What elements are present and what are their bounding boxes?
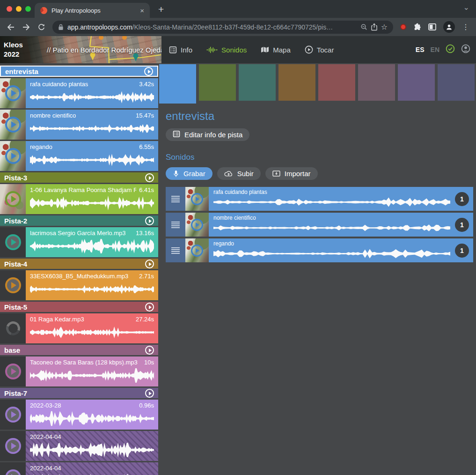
tab-sonidos[interactable]: Sonidos bbox=[206, 46, 247, 54]
sidebar-sound-item[interactable]: lacrimosa Sergio García Merlo.mp313.16s bbox=[0, 227, 158, 257]
sync-check-icon[interactable] bbox=[446, 44, 455, 55]
record-indicator-icon[interactable] bbox=[400, 24, 406, 30]
sound-thumbnail[interactable] bbox=[0, 184, 26, 214]
sound-thumbnail[interactable] bbox=[185, 187, 209, 211]
minimize-window-button[interactable] bbox=[16, 6, 22, 12]
sound-thumbnail[interactable] bbox=[0, 227, 26, 257]
loading-thumbnail[interactable] bbox=[0, 313, 26, 343]
track-color-row bbox=[159, 64, 476, 104]
track-header-Pista-5[interactable]: Pista-5 bbox=[0, 302, 158, 312]
play-track-icon[interactable] bbox=[145, 173, 154, 182]
zoom-window-button[interactable] bbox=[25, 6, 31, 12]
profile-avatar[interactable] bbox=[443, 21, 455, 33]
browser-menu-icon[interactable]: ⋮ bbox=[462, 22, 469, 31]
play-overlay-icon[interactable] bbox=[5, 234, 21, 250]
play-overlay-icon[interactable] bbox=[191, 193, 203, 205]
track-square-3[interactable] bbox=[239, 64, 276, 101]
play-overlay-icon[interactable] bbox=[191, 245, 203, 257]
track-header-Pista-2[interactable]: Pista-2 bbox=[0, 215, 158, 226]
play-track-icon[interactable] bbox=[145, 389, 154, 398]
sound-thumbnail[interactable] bbox=[0, 78, 26, 108]
sidebar-sound-item[interactable]: 01 Raga Kedar.mp327.24s bbox=[0, 313, 158, 343]
sound-thumbnail[interactable] bbox=[0, 270, 26, 300]
sidebar-sound-item[interactable]: 2022-04-04 bbox=[0, 431, 158, 461]
track-header-Pista-7[interactable]: Pista-7 bbox=[0, 388, 158, 398]
sidebar-sound-item[interactable]: rafa cuidando plantas3.42s bbox=[0, 78, 158, 108]
track-square-4[interactable] bbox=[278, 64, 315, 101]
back-icon[interactable] bbox=[7, 23, 15, 31]
track-header-entrevista[interactable]: entrevista bbox=[0, 66, 158, 77]
sidebar-sound-item[interactable]: regando6.55s bbox=[0, 141, 158, 171]
browser-tab[interactable]: Play Antropoloops × bbox=[35, 3, 150, 18]
play-track-icon[interactable] bbox=[145, 346, 154, 355]
sidebar-sound-item[interactable]: 2022-03-280.96s bbox=[0, 400, 158, 430]
play-track-icon[interactable] bbox=[145, 303, 154, 312]
sidebar-sound-item[interactable]: 2022-04-04 bbox=[0, 462, 158, 475]
play-overlay-icon[interactable] bbox=[5, 85, 21, 101]
track-square-2[interactable] bbox=[199, 64, 236, 101]
play-overlay-icon[interactable] bbox=[5, 117, 21, 133]
track-header-Pista-4[interactable]: Pista-4 bbox=[0, 259, 158, 269]
track-header-base[interactable]: base bbox=[0, 345, 158, 355]
tab-title: Play Antropoloops bbox=[51, 7, 136, 14]
sidebar-sound-item[interactable]: 1-06 Lavanya Rama Poorna Shadjam Rupak..… bbox=[0, 184, 158, 214]
edit-track-info-button[interactable]: Editar info de pista bbox=[166, 128, 249, 141]
side-panel-icon[interactable] bbox=[428, 23, 436, 30]
sidebar-sound-item[interactable]: 33ESX6038_B5_Muthedukkum.mp32.71s bbox=[0, 270, 158, 300]
track-header-Pista-3[interactable]: Pista-3 bbox=[0, 172, 158, 183]
sound-thumbnail[interactable] bbox=[0, 356, 26, 386]
panel-sound-row[interactable]: rafa cuidando plantas1 bbox=[166, 187, 473, 211]
track-square-8[interactable] bbox=[438, 64, 475, 101]
lang-en-button[interactable]: EN bbox=[431, 46, 439, 53]
play-track-icon[interactable] bbox=[144, 67, 153, 76]
sound-thumbnail[interactable] bbox=[0, 400, 26, 430]
forward-icon[interactable] bbox=[22, 23, 30, 31]
track-square-7[interactable] bbox=[398, 64, 435, 101]
new-tab-button[interactable]: + bbox=[158, 4, 164, 15]
play-overlay-icon[interactable] bbox=[5, 191, 21, 207]
sidebar-sound-item[interactable]: Taconeo de Sara Baras (128 kbps).mp310s bbox=[0, 356, 158, 386]
play-track-icon[interactable] bbox=[145, 260, 154, 268]
bookmark-star-icon[interactable]: ☆ bbox=[381, 22, 388, 31]
track-square-1[interactable] bbox=[159, 64, 196, 104]
project-map-thumbnail[interactable]: Kleos 2022 // Patio en Bordador Rodrígue… bbox=[0, 36, 161, 63]
subir-button[interactable]: Subir bbox=[217, 167, 261, 180]
sound-thumbnail[interactable] bbox=[0, 462, 26, 475]
play-overlay-icon[interactable] bbox=[5, 407, 21, 423]
drag-handle[interactable] bbox=[166, 213, 185, 237]
zoom-out-icon[interactable] bbox=[360, 23, 367, 30]
share-icon[interactable] bbox=[371, 23, 377, 31]
tab-info[interactable]: Info bbox=[169, 46, 192, 54]
tab-mapa[interactable]: Mapa bbox=[261, 46, 291, 54]
play-overlay-icon[interactable] bbox=[5, 277, 21, 293]
drag-handle[interactable] bbox=[166, 238, 185, 262]
play-overlay-icon[interactable] bbox=[5, 364, 21, 379]
importar-button[interactable]: Importar bbox=[265, 167, 318, 180]
tab-close-icon[interactable]: × bbox=[140, 7, 144, 14]
tab-search-chevron-icon[interactable]: ⌄ bbox=[463, 3, 469, 12]
lang-es-button[interactable]: ES bbox=[416, 46, 425, 53]
play-overlay-icon[interactable] bbox=[5, 148, 21, 164]
drag-handle[interactable] bbox=[166, 187, 185, 211]
tab-tocar[interactable]: Tocar bbox=[305, 45, 334, 54]
url-bar[interactable]: app.antropoloops.com/Kleos-Santa-Marina/… bbox=[52, 21, 393, 34]
close-window-button[interactable] bbox=[7, 6, 12, 12]
panel-sound-row[interactable]: nombre cientifico1 bbox=[166, 213, 473, 237]
extensions-puzzle-icon[interactable] bbox=[413, 23, 421, 31]
track-square-6[interactable] bbox=[358, 64, 395, 101]
sound-thumbnail[interactable] bbox=[0, 431, 26, 461]
play-overlay-icon[interactable] bbox=[191, 219, 203, 231]
sidebar-sound-item[interactable]: nombre cientifico15.47s bbox=[0, 110, 158, 140]
panel-sound-row[interactable]: regando1 bbox=[166, 238, 473, 262]
sound-thumbnail[interactable] bbox=[0, 110, 26, 140]
sound-thumbnail[interactable] bbox=[0, 141, 26, 171]
sound-thumbnail[interactable] bbox=[185, 238, 209, 262]
reload-icon[interactable] bbox=[37, 23, 45, 31]
track-square-5[interactable] bbox=[318, 64, 355, 101]
account-icon[interactable] bbox=[461, 44, 470, 55]
grabar-button[interactable]: Grabar bbox=[166, 167, 212, 180]
play-overlay-icon[interactable] bbox=[5, 469, 21, 475]
play-track-icon[interactable] bbox=[145, 216, 154, 225]
sound-thumbnail[interactable] bbox=[185, 213, 209, 237]
play-overlay-icon[interactable] bbox=[5, 438, 21, 454]
